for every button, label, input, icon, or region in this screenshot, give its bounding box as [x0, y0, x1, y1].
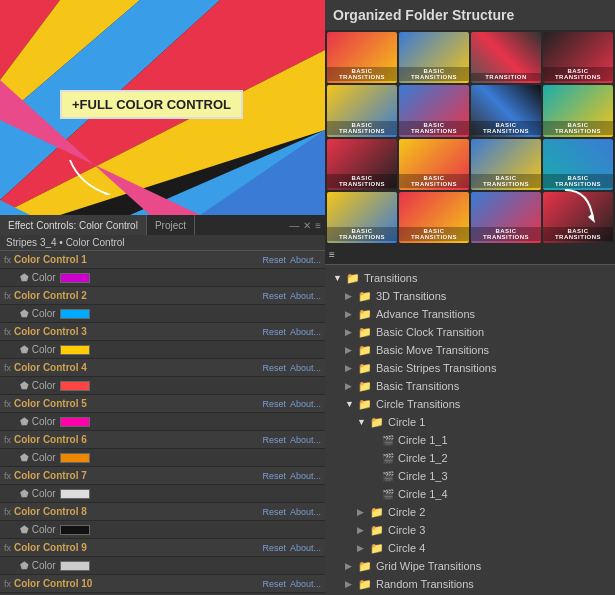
tree-label-basic-clock: Basic Clock Transition: [376, 326, 484, 338]
panel-close-btn[interactable]: ✕: [303, 220, 311, 231]
film-icon-circle1-1: 🎬: [382, 435, 394, 446]
tree-item-grid-wipe[interactable]: ▶ 📁 Grid Wipe Transitions: [325, 557, 615, 575]
tree-label-circle1-4: Circle 1_4: [398, 488, 448, 500]
reset-btn-8[interactable]: Reset: [262, 507, 286, 517]
tree-label-3d: 3D Transitions: [376, 290, 446, 302]
tree-item-circle3[interactable]: ▶ 📁 Circle 3: [325, 521, 615, 539]
tree-item-basic-move[interactable]: ▶ 📁 Basic Move Transitions: [325, 341, 615, 359]
color-control-8-row: fx Color Control 8 Reset About...: [0, 503, 325, 521]
reset-btn-2[interactable]: Reset: [262, 291, 286, 301]
tree-item-3d[interactable]: ▶ 📁 3D Transitions: [325, 287, 615, 305]
folder-icon-basic: 📁: [358, 380, 372, 393]
about-btn-1[interactable]: About...: [290, 255, 321, 265]
tree-label-basic-move: Basic Move Transitions: [376, 344, 489, 356]
tree-item-circle1-4[interactable]: 🎬 Circle 1_4: [325, 485, 615, 503]
thumb-12: BASICTRANSITIONS: [543, 139, 613, 190]
folder-icon-circle1: 📁: [370, 416, 384, 429]
about-btn-6[interactable]: About...: [290, 435, 321, 445]
color-swatch-row-8[interactable]: ⬟ Color: [0, 521, 325, 539]
tree-item-circle1[interactable]: ▼ 📁 Circle 1: [325, 413, 615, 431]
about-btn-4[interactable]: About...: [290, 363, 321, 373]
arrow-circle1-4: [369, 489, 379, 499]
panel-menu-btn[interactable]: ≡: [315, 220, 321, 231]
color-swatch-row-1[interactable]: ⬟ Color: [0, 269, 325, 287]
reset-btn-10[interactable]: Reset: [262, 579, 286, 589]
fx-icon-2: fx: [4, 291, 11, 301]
about-btn-8[interactable]: About...: [290, 507, 321, 517]
folder-tree-header: ≡: [325, 245, 615, 265]
color-swatch-row-3[interactable]: ⬟ Color: [0, 341, 325, 359]
thumb-11: BASICTRANSITIONS: [471, 139, 541, 190]
left-panel: +FULL COLOR CONTROL Effect Controls: Col…: [0, 0, 325, 595]
about-btn-3[interactable]: About...: [290, 327, 321, 337]
color-swatch-row-2[interactable]: ⬟ Color: [0, 305, 325, 323]
color-swatch-row-7[interactable]: ⬟ Color: [0, 485, 325, 503]
folder-tree[interactable]: ▼ 📁 Transitions ▶ 📁 3D Transitions ▶ 📁 A…: [325, 265, 615, 595]
reset-btn-3[interactable]: Reset: [262, 327, 286, 337]
tree-item-basic-stripes[interactable]: ▶ 📁 Basic Stripes Transitions: [325, 359, 615, 377]
tree-label-circle3: Circle 3: [388, 524, 425, 536]
panel-subheader: Stripes 3_4 • Color Control: [0, 235, 325, 251]
tree-item-random[interactable]: ▶ 📁 Random Transitions: [325, 575, 615, 593]
color-control-10-row: fx Color Control 10 Reset About...: [0, 575, 325, 593]
color-swatch-5[interactable]: [60, 417, 90, 427]
color-swatch-row-5[interactable]: ⬟ Color: [0, 413, 325, 431]
preview-area: +FULL COLOR CONTROL: [0, 0, 325, 215]
tree-item-advance[interactable]: ▶ 📁 Advance Transitions: [325, 305, 615, 323]
about-btn-5[interactable]: About...: [290, 399, 321, 409]
color-swatch-1[interactable]: [60, 273, 90, 283]
color-swatch-9[interactable]: [60, 561, 90, 571]
tree-item-circle1-2[interactable]: 🎬 Circle 1_2: [325, 449, 615, 467]
reset-btn-1[interactable]: Reset: [262, 255, 286, 265]
color-swatch-7[interactable]: [60, 489, 90, 499]
arrow-circle2: ▶: [357, 507, 367, 517]
color-control-6-name: Color Control 6: [14, 434, 262, 445]
tree-item-circle2[interactable]: ▶ 📁 Circle 2: [325, 503, 615, 521]
color-label-7: ⬟ Color: [20, 488, 56, 499]
color-label-4: ⬟ Color: [20, 380, 56, 391]
color-control-4-row: fx Color Control 4 Reset About...: [0, 359, 325, 377]
color-swatch-2[interactable]: [60, 309, 90, 319]
about-btn-10[interactable]: About...: [290, 579, 321, 589]
right-panel-title: Organized Folder Structure: [333, 7, 514, 23]
color-swatch-4[interactable]: [60, 381, 90, 391]
fx-icon-5: fx: [4, 399, 11, 409]
color-swatch-row-4[interactable]: ⬟ Color: [0, 377, 325, 395]
tree-item-basic-clock[interactable]: ▶ 📁 Basic Clock Transition: [325, 323, 615, 341]
tree-item-circle1-3[interactable]: 🎬 Circle 1_3: [325, 467, 615, 485]
reset-btn-7[interactable]: Reset: [262, 471, 286, 481]
thumb-1: BASICTRANSITIONS: [327, 32, 397, 83]
arrow-basic-clock: ▶: [345, 327, 355, 337]
color-swatch-row-9[interactable]: ⬟ Color: [0, 557, 325, 575]
reset-btn-6[interactable]: Reset: [262, 435, 286, 445]
tab-effect-controls[interactable]: Effect Controls: Color Control: [0, 215, 147, 235]
about-btn-2[interactable]: About...: [290, 291, 321, 301]
reset-btn-4[interactable]: Reset: [262, 363, 286, 373]
film-icon-circle1-3: 🎬: [382, 471, 394, 482]
folder-icon-basic-stripes: 📁: [358, 362, 372, 375]
color-swatch-row-6[interactable]: ⬟ Color: [0, 449, 325, 467]
tree-item-circle4[interactable]: ▶ 📁 Circle 4: [325, 539, 615, 557]
color-swatch-6[interactable]: [60, 453, 90, 463]
folder-icon-3d: 📁: [358, 290, 372, 303]
tree-item-basic[interactable]: ▶ 📁 Basic Transitions: [325, 377, 615, 395]
tree-item-circle1-1[interactable]: 🎬 Circle 1_1: [325, 431, 615, 449]
reset-btn-5[interactable]: Reset: [262, 399, 286, 409]
thumb-13: BASICTRANSITIONS: [327, 192, 397, 243]
color-swatch-3[interactable]: [60, 345, 90, 355]
folder-icon-circle2: 📁: [370, 506, 384, 519]
arrow-circle3: ▶: [357, 525, 367, 535]
tree-item-transitions[interactable]: ▼ 📁 Transitions: [325, 269, 615, 287]
color-swatch-8[interactable]: [60, 525, 90, 535]
thumbnail-grid-area: BASICTRANSITIONS BASICTRANSITIONS TRANSI…: [325, 30, 615, 245]
panel-minimize-btn[interactable]: —: [289, 220, 299, 231]
color-label-9: ⬟ Color: [20, 560, 56, 571]
tab-project[interactable]: Project: [147, 215, 195, 235]
tree-item-circle[interactable]: ▼ 📁 Circle Transitions: [325, 395, 615, 413]
folder-icon-circle: 📁: [358, 398, 372, 411]
fx-icon-6: fx: [4, 435, 11, 445]
about-btn-7[interactable]: About...: [290, 471, 321, 481]
film-icon-circle1-2: 🎬: [382, 453, 394, 464]
reset-btn-9[interactable]: Reset: [262, 543, 286, 553]
about-btn-9[interactable]: About...: [290, 543, 321, 553]
